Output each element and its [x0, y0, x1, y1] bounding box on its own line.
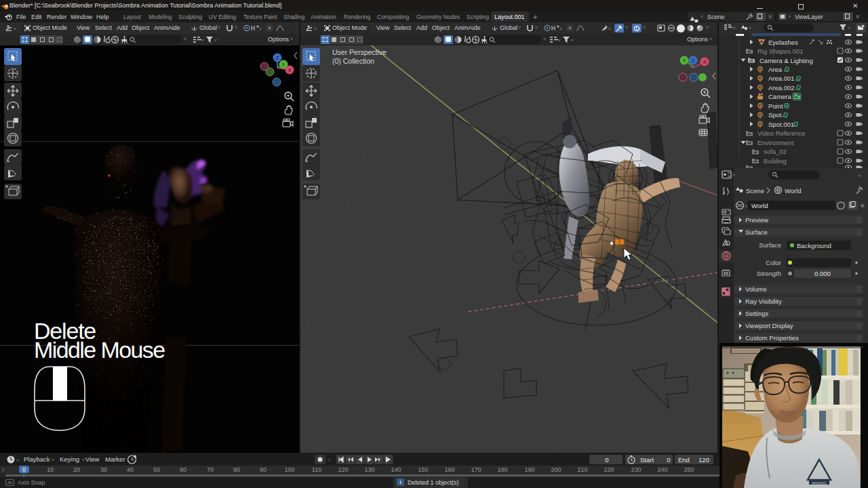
- svg-text:110: 110: [312, 466, 321, 473]
- svg-text:0: 0: [605, 456, 608, 464]
- svg-text:˅: ˅: [745, 204, 747, 209]
- svg-text:Strength: Strength: [757, 270, 781, 277]
- svg-text:Rig Shapes.001: Rig Shapes.001: [757, 47, 804, 55]
- svg-text:View: View: [85, 455, 100, 463]
- svg-text:20: 20: [73, 466, 80, 473]
- svg-text:Y: Y: [282, 62, 285, 67]
- svg-text:0: 0: [22, 466, 26, 473]
- svg-text:˅: ˅: [558, 38, 561, 43]
- svg-text:End: End: [678, 456, 690, 464]
- svg-text:10: 10: [47, 466, 54, 473]
- svg-text:Eyelashes: Eyelashes: [768, 39, 798, 46]
- svg-text:Custom Properties: Custom Properties: [745, 334, 799, 342]
- svg-text:˅: ˅: [608, 26, 611, 31]
- svg-text:Z: Z: [276, 56, 279, 60]
- svg-text:World: World: [751, 202, 768, 209]
- svg-text:180: 180: [497, 466, 507, 473]
- svg-text:Background: Background: [797, 242, 831, 249]
- svg-text:˅: ˅: [749, 26, 751, 30]
- svg-text:120: 120: [338, 466, 348, 473]
- svg-text:˅: ˅: [16, 458, 19, 463]
- svg-text:80: 80: [233, 466, 240, 473]
- svg-text:Spot: Spot: [768, 111, 782, 119]
- svg-text:˅: ˅: [733, 26, 736, 30]
- svg-text:Area.001: Area.001: [768, 75, 795, 82]
- svg-text:230: 230: [631, 466, 641, 473]
- svg-text:Preview: Preview: [745, 216, 768, 224]
- svg-text:0: 0: [667, 456, 670, 464]
- svg-text:0.000: 0.000: [814, 270, 831, 277]
- svg-text:Point: Point: [768, 102, 783, 110]
- svg-text:Settings: Settings: [745, 310, 769, 317]
- svg-text:˅: ˅: [82, 458, 85, 462]
- svg-text:120: 120: [698, 456, 709, 464]
- svg-text:✕: ✕: [860, 203, 865, 209]
- svg-text:170: 170: [471, 466, 481, 473]
- svg-text:Keying: Keying: [60, 455, 79, 463]
- svg-text:200: 200: [551, 466, 561, 473]
- svg-text:Environment: Environment: [757, 139, 794, 146]
- svg-text:60: 60: [180, 466, 186, 473]
- svg-text:Y: Y: [683, 58, 686, 63]
- svg-text:(0) Collection: (0) Collection: [332, 57, 374, 65]
- svg-text:˅: ˅: [571, 38, 574, 43]
- svg-text:90: 90: [260, 466, 267, 473]
- svg-text:Building: Building: [764, 157, 787, 165]
- svg-text:˅: ˅: [259, 26, 262, 31]
- svg-text:Camera: Camera: [768, 93, 792, 100]
- svg-text:˅: ˅: [201, 38, 204, 43]
- svg-text:130: 130: [364, 466, 374, 473]
- svg-text:˅: ˅: [14, 26, 16, 31]
- svg-text:Video Reference: Video Reference: [757, 129, 806, 137]
- svg-text:Marker: Marker: [105, 455, 125, 463]
- svg-text:˅: ˅: [848, 26, 850, 30]
- svg-text:Playback: Playback: [24, 455, 50, 463]
- svg-text:World: World: [785, 187, 802, 195]
- svg-text:250: 250: [684, 466, 694, 473]
- svg-text:70: 70: [207, 466, 214, 473]
- svg-text:100: 100: [284, 466, 294, 473]
- svg-text:140: 140: [391, 466, 401, 473]
- svg-text:˅: ˅: [732, 173, 735, 178]
- svg-text:˅: ˅: [559, 26, 562, 31]
- svg-text:210: 210: [577, 466, 587, 473]
- svg-text:˅: ˅: [328, 458, 330, 463]
- svg-text:˅: ˅: [314, 26, 317, 31]
- svg-text:Surface: Surface: [745, 228, 768, 236]
- svg-text:150: 150: [418, 466, 428, 473]
- svg-text:˅: ˅: [52, 458, 54, 462]
- svg-text:˅: ˅: [858, 173, 861, 179]
- svg-text:Color: Color: [766, 259, 781, 266]
- svg-text:190: 190: [524, 466, 534, 473]
- svg-text:MISSING: MISSING: [812, 481, 826, 485]
- svg-text:Ray Visibility: Ray Visibility: [745, 298, 782, 305]
- svg-text:Z: Z: [692, 58, 695, 63]
- svg-text:Volume: Volume: [745, 285, 767, 293]
- svg-text:Surface: Surface: [759, 241, 781, 249]
- svg-text:220: 220: [604, 466, 614, 473]
- svg-text:Camera & Lighting: Camera & Lighting: [760, 57, 813, 64]
- svg-text:sofa_02: sofa_02: [764, 148, 787, 155]
- svg-text:240: 240: [657, 466, 667, 473]
- svg-text:Middle Mouse: Middle Mouse: [34, 337, 165, 363]
- svg-text:Spot.001: Spot.001: [768, 121, 794, 128]
- svg-text:X: X: [703, 60, 707, 64]
- svg-text:50: 50: [153, 466, 160, 473]
- svg-text:Viewport Display: Viewport Display: [745, 322, 793, 329]
- svg-text:Area.002: Area.002: [768, 84, 795, 92]
- svg-text:Area: Area: [768, 66, 783, 73]
- svg-text:˅: ˅: [214, 38, 217, 43]
- svg-text:40: 40: [127, 466, 134, 473]
- svg-text:Scene: Scene: [746, 187, 764, 195]
- svg-text:160: 160: [444, 466, 454, 473]
- svg-text:User Perspective: User Perspective: [332, 48, 387, 56]
- svg-text:X: X: [288, 68, 292, 73]
- svg-text:30: 30: [100, 466, 107, 473]
- svg-text:Start: Start: [640, 456, 654, 464]
